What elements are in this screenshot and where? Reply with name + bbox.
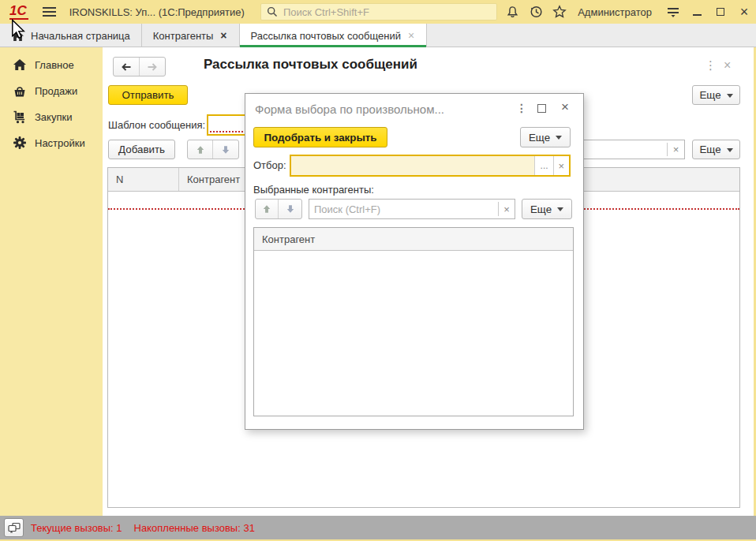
tab-label: Рассылка почтовых сообщений [251,30,401,42]
more-button-list[interactable]: Еще [692,140,740,159]
dialog-close-icon[interactable]: × [561,99,569,115]
selected-counterparties-label: Выбранные контрагенты: [253,184,374,196]
chevron-down-icon [727,94,733,101]
sidebar-item-nastroyki[interactable]: Настройки [0,133,103,152]
sidebar-item-glavnoe[interactable]: Главное [0,55,103,74]
window-close-button[interactable]: × [732,0,756,24]
dialog-search-input: × [309,199,515,219]
template-label: Шаблон сообщения: [108,119,205,131]
settings-gear-icon [13,136,27,150]
forward-arrow-icon [146,61,159,73]
filter-clear-icon[interactable]: × [554,156,569,175]
search-icon [267,6,278,17]
tab-rassylka[interactable]: Рассылка почтовых сообщений × [240,24,428,47]
more-button-label: Еще [529,132,550,144]
move-down-button[interactable] [213,140,238,159]
app-title: IRONSKILLS: Уп... (1С:Предприятие) [69,6,245,18]
chevron-down-icon [727,148,733,155]
column-header-kontragent[interactable]: Контрагент [262,233,315,245]
more-button-top[interactable]: Еще [692,85,740,105]
down-arrow-icon [285,203,296,215]
sidebar-item-label: Закупки [35,111,72,123]
more-button-label: Еще [699,89,720,101]
performance-indicator-button[interactable] [4,518,24,537]
sidebar-item-prodazhi[interactable]: Продажи [0,81,103,100]
dialog-move-row-buttons [255,199,302,219]
move-down-button[interactable] [279,200,301,218]
open-forms-tabbar: Начальная страница Контрагенты × Рассылк… [0,24,756,47]
current-user[interactable]: Администратор [578,6,652,18]
column-header-n[interactable]: N [108,168,179,191]
filter-text-field[interactable] [291,156,534,175]
favorites-star-icon[interactable] [548,0,571,24]
accumulated-calls-text: Накопленные вызовы: 31 [134,522,255,534]
back-arrow-icon [120,61,133,73]
filter-input: ... × [290,155,571,177]
tab-close-icon[interactable]: × [219,30,227,41]
sidebar-item-label: Главное [35,59,74,71]
down-arrow-icon [220,144,231,155]
main-menu-icon[interactable] [43,7,56,17]
history-icon[interactable] [524,0,548,24]
filter-label: Отбор: [253,159,286,171]
global-search-input[interactable]: Поиск Ctrl+Shift+F [260,3,497,21]
chevron-down-icon [557,207,563,215]
selected-counterparties-table: Контрагент [253,227,574,416]
page-title: Рассылка почтовых сообщений [204,57,417,73]
home-icon [13,58,27,71]
sidebar-item-label: Настройки [35,137,85,149]
up-arrow-icon [195,144,206,155]
tab-label: Начальная страница [31,30,130,42]
filter-choose-icon[interactable]: ... [535,156,553,175]
form-close-icon[interactable]: × [724,58,731,73]
move-up-button[interactable] [188,140,213,159]
more-button-label: Еще [530,203,552,215]
window-titlebar: 1С IRONSKILLS: Уп... (1С:Предприятие) По… [0,0,756,24]
home-icon [11,30,24,42]
current-calls-text: Текущие вызовы: 1 [31,522,122,534]
chevron-down-icon [556,136,562,143]
search-text-field[interactable] [309,200,498,218]
tab-close-icon[interactable]: × [407,30,415,41]
notifications-bell-icon[interactable] [500,0,524,24]
1c-logo: 1С [9,4,28,20]
sidebar-item-label: Продажи [35,85,77,97]
dialog-more-button-top[interactable]: Еще [520,127,571,147]
send-button[interactable]: Отправить [108,85,188,105]
dialog-title: Форма выбора по произвольном... [255,103,511,116]
clear-search-icon[interactable]: × [668,140,684,159]
global-search-placeholder: Поиск Ctrl+Shift+F [283,6,369,18]
selection-form-dialog: Форма выбора по произвольном... ⋮ × Подо… [245,93,584,430]
status-bar: Текущие вызовы: 1 Накопленные вызовы: 31 [0,516,756,541]
more-button-label: Еще [699,144,720,155]
up-arrow-icon [261,203,272,215]
sales-basket-icon [13,84,27,98]
navigation-buttons [113,57,166,76]
add-button[interactable]: Добавить [108,140,175,159]
dialog-more-button-list[interactable]: Еще [522,199,572,219]
purchases-cart-icon [13,110,27,124]
dialog-maximize-icon[interactable] [537,104,546,113]
pick-and-close-button[interactable]: Подобрать и закрыть [253,127,387,147]
table-header-row: Контрагент [254,228,573,251]
form-menu-icon[interactable]: ⋮ [705,58,717,73]
service-menu-icon[interactable] [661,0,685,24]
sidebar-item-zakupki[interactable]: Закупки [0,107,103,126]
tab-home[interactable]: Начальная страница [0,24,142,47]
clear-search-icon[interactable]: × [499,200,515,218]
tab-kontragenty[interactable]: Контрагенты × [142,24,240,47]
move-row-buttons [187,140,239,159]
forward-button[interactable] [140,58,165,76]
move-up-button[interactable] [256,200,279,218]
back-button[interactable] [114,58,140,76]
window-minimize-button[interactable] [685,0,709,24]
sections-sidebar: Главное Продажи Закупки Настройки [0,47,103,516]
dialog-menu-icon[interactable]: ⋮ [516,102,527,114]
tab-label: Контрагенты [153,30,214,42]
window-maximize-button[interactable] [709,0,732,24]
monitor-icon [8,522,21,534]
